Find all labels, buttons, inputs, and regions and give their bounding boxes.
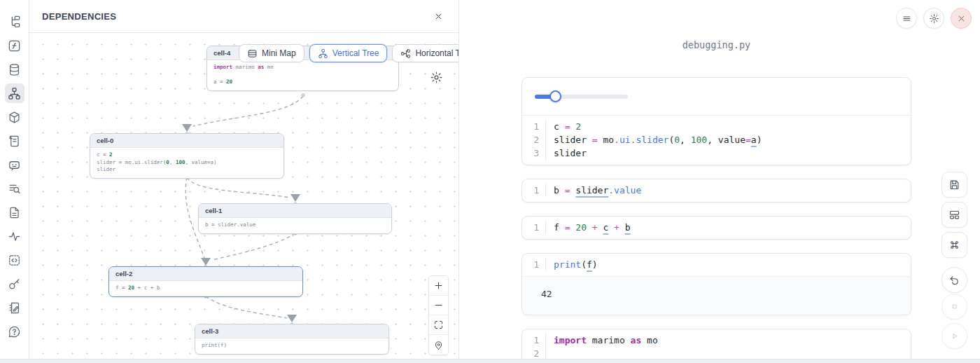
sidebar-item-dependencies[interactable]: [5, 83, 24, 103]
menu-button[interactable]: [896, 8, 917, 29]
play-icon: [948, 330, 960, 342]
scratchpad-icon: [8, 301, 21, 315]
node-title: cell-0: [90, 134, 284, 148]
notebook-top-actions: [896, 8, 972, 29]
sidebar-item-tracing[interactable]: [5, 226, 24, 246]
node-title: cell-3: [195, 324, 388, 338]
notebook-cell: 1f = 20 + c + b: [522, 216, 911, 240]
horizontal-tree-label: Horizontal Tree: [415, 48, 458, 58]
node-code: c = 2slider = mo.ui.slider(0, 100, value…: [90, 148, 284, 178]
logs-search-icon: [8, 182, 21, 196]
horizontal-scrollbar[interactable]: [0, 359, 980, 363]
documentation-icon: [8, 135, 21, 148]
zoom-in-button[interactable]: [429, 276, 448, 296]
line-numbers: 123: [522, 120, 546, 160]
node-code: f = 20 + c + b: [109, 281, 302, 296]
function-editor-icon: [8, 39, 21, 53]
slider-thumb[interactable]: [550, 90, 561, 102]
code-editor[interactable]: 1print(f): [522, 254, 911, 276]
map-pin-icon: [433, 340, 444, 350]
sidebar-item-chat-assistant[interactable]: [5, 155, 24, 174]
sidebar-item-file-tree[interactable]: [5, 12, 24, 32]
graph-node-cell-2[interactable]: cell-2f = 20 + c + b: [108, 266, 303, 297]
shutdown-button[interactable]: [951, 8, 972, 29]
code-editor[interactable]: 1f = 20 + c + b: [522, 217, 911, 239]
code-output-icon: [8, 254, 21, 267]
cell-output-area: [522, 78, 911, 116]
sidebar-item-function-editor[interactable]: [5, 36, 24, 55]
graph-node-cell-1[interactable]: cell-1b = slider.value: [198, 203, 392, 234]
line-numbers: 1: [522, 258, 546, 271]
line-numbers: 12: [522, 334, 546, 360]
node-title: cell-1: [199, 204, 391, 218]
notebook-cell: 12import marimo as mo: [522, 329, 911, 363]
code-editor[interactable]: 1b = slider.value: [522, 179, 911, 202]
node-code: b = slider.value: [199, 218, 391, 233]
vertical-tree-icon: [318, 48, 328, 59]
node-code: import marimo as mo a = 20: [207, 60, 398, 90]
minimap-label: Mini Map: [262, 48, 296, 58]
settings-button[interactable]: [923, 8, 944, 29]
edge-port: [302, 94, 304, 97]
datasources-icon: [8, 63, 21, 76]
edge-cell-2-to-cell-3: [206, 296, 287, 318]
layout-icon: [948, 209, 960, 221]
plus-icon: [433, 280, 444, 291]
code-lines: b = slider.value: [546, 184, 641, 197]
keyboard-shortcuts-button[interactable]: [941, 232, 967, 258]
gear-icon: [430, 71, 444, 84]
sidebar-item-documentation[interactable]: [5, 131, 24, 151]
snippets-icon: [8, 206, 21, 219]
stop-icon: [948, 301, 960, 313]
horizontal-tree-button[interactable]: Horizontal Tree: [392, 44, 458, 62]
code-editor[interactable]: 12import marimo as mo: [522, 329, 911, 363]
minus-icon: [433, 300, 444, 310]
close-icon: [433, 11, 444, 22]
gear-icon: [929, 13, 939, 24]
interrupt-button[interactable]: [941, 294, 967, 320]
close-panel-button[interactable]: [430, 8, 446, 24]
notebook-cell: 123c = 2slider = mo.ui.slider(0, 100, va…: [522, 77, 911, 165]
fit-view-button[interactable]: [429, 315, 448, 335]
sidebar-item-datasources[interactable]: [5, 60, 24, 79]
zoom-out-button[interactable]: [429, 296, 448, 315]
sidebar-item-scratchpad[interactable]: [5, 298, 24, 317]
vertical-tree-label: Vertical Tree: [332, 48, 379, 58]
graph-node-cell-0[interactable]: cell-0c = 2slider = mo.ui.slider(0, 100,…: [90, 133, 284, 179]
dependency-graph-canvas[interactable]: cell-4import marimo as mo a = 20cell-0c …: [29, 33, 458, 359]
undo-button[interactable]: [941, 267, 967, 293]
node-title: cell-2: [109, 267, 302, 281]
run-button[interactable]: [941, 323, 967, 349]
code-editor[interactable]: 123c = 2slider = mo.ui.slider(0, 100, va…: [522, 116, 911, 165]
chat-assistant-icon: [8, 158, 21, 172]
sidebar-item-packages[interactable]: [5, 107, 24, 127]
sidebar-item-secrets[interactable]: [5, 274, 24, 294]
sidebar-item-logs-search[interactable]: [5, 179, 24, 198]
slider[interactable]: [535, 95, 628, 99]
sidebar-item-help[interactable]: [5, 322, 24, 341]
minimap-button[interactable]: Mini Map: [239, 44, 304, 62]
notebook-cell: 1print(f)42: [522, 253, 911, 315]
layout-button[interactable]: [941, 202, 967, 228]
edge-cell-0-to-cell-1: [187, 177, 290, 198]
command-icon: [948, 239, 960, 251]
code-lines: f = 20 + c + b: [546, 221, 631, 234]
vertical-tree-button[interactable]: Vertical Tree: [309, 44, 388, 62]
panel-header: DEPENDENCIES: [29, 0, 458, 33]
sidebar-item-snippets[interactable]: [5, 203, 24, 222]
save-button[interactable]: [941, 172, 967, 198]
sidebar-item-code-output[interactable]: [5, 250, 24, 270]
file-tree-icon: [8, 15, 21, 29]
undo-icon: [948, 274, 960, 286]
line-numbers: 1: [522, 184, 546, 197]
center-view-button[interactable]: [429, 335, 448, 355]
notebook-filename: debugging.py: [522, 39, 911, 50]
arrowhead: [182, 124, 192, 132]
zoom-controls: [428, 275, 449, 355]
graph-settings-button[interactable]: [430, 71, 444, 85]
graph-node-cell-3[interactable]: cell-3print(f): [195, 324, 389, 355]
cell-output-text: 42: [522, 276, 911, 315]
code-lines: c = 2slider = mo.ui.slider(0, 100, value…: [546, 120, 762, 160]
save-icon: [948, 179, 960, 191]
arrowhead: [201, 258, 211, 266]
